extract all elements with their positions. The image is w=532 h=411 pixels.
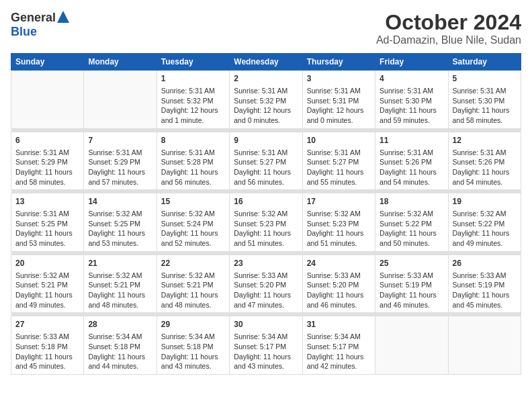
header-tuesday: Tuesday <box>157 54 229 71</box>
day-info: Sunrise: 5:34 AM Sunset: 5:17 PM Dayligh… <box>307 332 371 371</box>
day-number: 20 <box>15 258 79 269</box>
day-info: Sunrise: 5:32 AM Sunset: 5:23 PM Dayligh… <box>234 209 298 248</box>
day-info: Sunrise: 5:33 AM Sunset: 5:20 PM Dayligh… <box>307 271 371 310</box>
day-number: 18 <box>380 196 443 208</box>
calendar-cell: 16Sunrise: 5:32 AM Sunset: 5:23 PM Dayli… <box>230 193 302 252</box>
header-thursday: Thursday <box>302 54 375 71</box>
day-info: Sunrise: 5:31 AM Sunset: 5:26 PM Dayligh… <box>380 148 443 187</box>
title-block: October 2024 Ad-Damazin, Blue Nile, Suda… <box>376 11 521 46</box>
calendar-cell: 7Sunrise: 5:31 AM Sunset: 5:29 PM Daylig… <box>84 132 157 190</box>
day-info: Sunrise: 5:31 AM Sunset: 5:25 PM Dayligh… <box>15 209 79 248</box>
day-info: Sunrise: 5:31 AM Sunset: 5:32 PM Dayligh… <box>161 86 225 126</box>
calendar-table: SundayMondayTuesdayWednesdayThursdayFrid… <box>11 53 521 375</box>
calendar-cell: 28Sunrise: 5:34 AM Sunset: 5:18 PM Dayli… <box>84 316 157 375</box>
day-number: 5 <box>453 73 517 85</box>
day-number: 22 <box>161 258 225 269</box>
calendar-cell: 26Sunrise: 5:33 AM Sunset: 5:19 PM Dayli… <box>448 255 521 313</box>
day-number: 3 <box>307 73 371 85</box>
calendar-cell: 1Sunrise: 5:31 AM Sunset: 5:32 PM Daylig… <box>157 71 229 129</box>
day-number: 7 <box>88 135 152 146</box>
day-number: 24 <box>307 258 371 269</box>
calendar-cell: 5Sunrise: 5:31 AM Sunset: 5:30 PM Daylig… <box>448 71 521 129</box>
logo: General Blue <box>11 11 69 39</box>
day-info: Sunrise: 5:31 AM Sunset: 5:31 PM Dayligh… <box>307 86 371 126</box>
page-header: General Blue October 2024 Ad-Damazin, Bl… <box>11 11 521 46</box>
calendar-week-row-1: 1Sunrise: 5:31 AM Sunset: 5:32 PM Daylig… <box>11 71 521 129</box>
day-info: Sunrise: 5:31 AM Sunset: 5:28 PM Dayligh… <box>161 148 225 187</box>
logo-general-text: General <box>11 11 56 25</box>
calendar-cell: 18Sunrise: 5:32 AM Sunset: 5:22 PM Dayli… <box>375 193 448 252</box>
day-info: Sunrise: 5:32 AM Sunset: 5:22 PM Dayligh… <box>380 209 443 248</box>
calendar-cell: 24Sunrise: 5:33 AM Sunset: 5:20 PM Dayli… <box>302 255 375 313</box>
day-info: Sunrise: 5:31 AM Sunset: 5:32 PM Dayligh… <box>234 86 298 126</box>
calendar-cell: 31Sunrise: 5:34 AM Sunset: 5:17 PM Dayli… <box>302 316 375 375</box>
header-friday: Friday <box>375 54 448 71</box>
calendar-cell: 9Sunrise: 5:31 AM Sunset: 5:27 PM Daylig… <box>230 132 302 190</box>
calendar-cell: 6Sunrise: 5:31 AM Sunset: 5:29 PM Daylig… <box>11 132 84 190</box>
calendar-cell: 25Sunrise: 5:33 AM Sunset: 5:19 PM Dayli… <box>375 255 448 313</box>
day-info: Sunrise: 5:34 AM Sunset: 5:18 PM Dayligh… <box>161 332 225 371</box>
calendar-cell: 11Sunrise: 5:31 AM Sunset: 5:26 PM Dayli… <box>375 132 448 190</box>
page-subtitle: Ad-Damazin, Blue Nile, Sudan <box>376 34 521 46</box>
day-number: 16 <box>234 196 298 208</box>
day-number: 13 <box>15 196 79 208</box>
calendar-cell: 21Sunrise: 5:32 AM Sunset: 5:21 PM Dayli… <box>84 255 157 313</box>
day-number: 6 <box>15 135 79 146</box>
day-info: Sunrise: 5:33 AM Sunset: 5:19 PM Dayligh… <box>380 271 443 310</box>
calendar-cell: 20Sunrise: 5:32 AM Sunset: 5:21 PM Dayli… <box>11 255 84 313</box>
calendar-cell: 2Sunrise: 5:31 AM Sunset: 5:32 PM Daylig… <box>230 71 302 129</box>
calendar-cell <box>11 71 84 129</box>
day-info: Sunrise: 5:31 AM Sunset: 5:27 PM Dayligh… <box>307 148 371 187</box>
calendar-cell: 10Sunrise: 5:31 AM Sunset: 5:27 PM Dayli… <box>302 132 375 190</box>
day-info: Sunrise: 5:31 AM Sunset: 5:29 PM Dayligh… <box>88 148 152 187</box>
day-number: 25 <box>380 258 443 269</box>
day-number: 4 <box>380 73 443 85</box>
day-info: Sunrise: 5:32 AM Sunset: 5:24 PM Dayligh… <box>161 209 225 248</box>
day-info: Sunrise: 5:34 AM Sunset: 5:18 PM Dayligh… <box>88 332 152 371</box>
day-number: 29 <box>161 319 225 330</box>
calendar-cell: 30Sunrise: 5:34 AM Sunset: 5:17 PM Dayli… <box>230 316 302 375</box>
calendar-cell: 27Sunrise: 5:33 AM Sunset: 5:18 PM Dayli… <box>11 316 84 375</box>
header-wednesday: Wednesday <box>230 54 302 71</box>
day-number: 2 <box>234 73 298 85</box>
calendar-cell: 22Sunrise: 5:32 AM Sunset: 5:21 PM Dayli… <box>157 255 229 313</box>
day-number: 9 <box>234 135 298 146</box>
day-number: 23 <box>234 258 298 269</box>
logo-icon <box>57 11 69 23</box>
calendar-cell: 15Sunrise: 5:32 AM Sunset: 5:24 PM Dayli… <box>157 193 229 252</box>
calendar-cell: 29Sunrise: 5:34 AM Sunset: 5:18 PM Dayli… <box>157 316 229 375</box>
calendar-cell: 12Sunrise: 5:31 AM Sunset: 5:26 PM Dayli… <box>448 132 521 190</box>
day-info: Sunrise: 5:32 AM Sunset: 5:21 PM Dayligh… <box>88 271 152 310</box>
calendar-week-row-5: 27Sunrise: 5:33 AM Sunset: 5:18 PM Dayli… <box>11 316 521 375</box>
day-number: 15 <box>161 196 225 208</box>
day-number: 1 <box>161 73 225 85</box>
calendar-cell: 14Sunrise: 5:32 AM Sunset: 5:25 PM Dayli… <box>84 193 157 252</box>
day-info: Sunrise: 5:34 AM Sunset: 5:17 PM Dayligh… <box>234 332 298 371</box>
day-info: Sunrise: 5:31 AM Sunset: 5:26 PM Dayligh… <box>453 148 517 187</box>
calendar-cell: 17Sunrise: 5:32 AM Sunset: 5:23 PM Dayli… <box>302 193 375 252</box>
calendar-cell <box>448 316 521 375</box>
calendar-week-row-3: 13Sunrise: 5:31 AM Sunset: 5:25 PM Dayli… <box>11 193 521 252</box>
svg-marker-0 <box>57 11 69 23</box>
calendar-cell: 4Sunrise: 5:31 AM Sunset: 5:30 PM Daylig… <box>375 71 448 129</box>
day-info: Sunrise: 5:32 AM Sunset: 5:21 PM Dayligh… <box>161 271 225 310</box>
header-monday: Monday <box>84 54 157 71</box>
calendar-cell: 19Sunrise: 5:32 AM Sunset: 5:22 PM Dayli… <box>448 193 521 252</box>
day-number: 12 <box>453 135 517 146</box>
day-number: 30 <box>234 319 298 330</box>
day-number: 8 <box>161 135 225 146</box>
day-info: Sunrise: 5:31 AM Sunset: 5:27 PM Dayligh… <box>234 148 298 187</box>
day-number: 10 <box>307 135 371 146</box>
day-number: 31 <box>307 319 371 330</box>
day-info: Sunrise: 5:31 AM Sunset: 5:29 PM Dayligh… <box>15 148 79 187</box>
day-number: 17 <box>307 196 371 208</box>
day-info: Sunrise: 5:32 AM Sunset: 5:22 PM Dayligh… <box>453 209 517 248</box>
page-title: October 2024 <box>376 11 521 34</box>
day-info: Sunrise: 5:31 AM Sunset: 5:30 PM Dayligh… <box>453 86 517 126</box>
day-number: 26 <box>453 258 517 269</box>
day-number: 21 <box>88 258 152 269</box>
calendar-header-row: SundayMondayTuesdayWednesdayThursdayFrid… <box>11 54 521 71</box>
header-sunday: Sunday <box>11 54 84 71</box>
day-info: Sunrise: 5:32 AM Sunset: 5:23 PM Dayligh… <box>307 209 371 248</box>
calendar-week-row-4: 20Sunrise: 5:32 AM Sunset: 5:21 PM Dayli… <box>11 255 521 313</box>
